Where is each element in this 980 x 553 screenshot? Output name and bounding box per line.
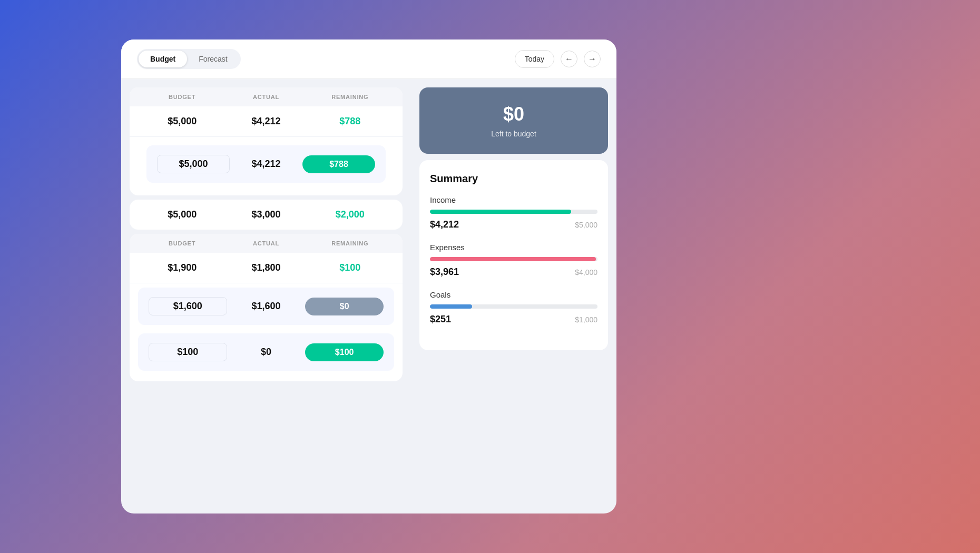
expenses-row2-wrapper: $100 $0 $100 (130, 329, 403, 381)
expenses-row2-actual: $0 (227, 347, 306, 358)
expenses-row1-actual: $1,600 (227, 301, 306, 312)
col-actual-label: ACTUAL (224, 94, 308, 100)
nav-controls: Today ← → (515, 50, 601, 68)
summary-expenses-item: Expenses $3,961 $4,000 (430, 243, 597, 278)
summary-expenses-label: Expenses (430, 243, 597, 252)
income-progress-bg (430, 210, 597, 214)
goals-progress-fill (430, 304, 472, 309)
goals-budget-value: $1,000 (575, 315, 597, 324)
expenses-actual-value: $3,961 (430, 266, 459, 278)
col-budget-label: BUDGET (140, 94, 224, 100)
income-detail-budget: $5,000 (157, 155, 230, 173)
expenses-progress-bg (430, 257, 597, 261)
tab-forecast[interactable]: Forecast (187, 51, 239, 67)
expenses-summary-row: $1,900 $1,800 $100 (130, 253, 403, 283)
right-panel: $0 Left to budget Summary Income $4,212 … (411, 79, 616, 514)
income-budget-value: $5,000 (575, 221, 597, 229)
tab-budget[interactable]: Budget (139, 51, 187, 67)
income-detail-row: $5,000 $4,212 $788 (146, 145, 386, 183)
income-section: BUDGET ACTUAL REMAINING $5,000 $4,212 $7… (130, 87, 403, 195)
expenses-col-remaining: REMAINING (308, 240, 392, 246)
income-summary-values: $4,212 $5,000 (430, 219, 597, 230)
expenses-section-header: BUDGET ACTUAL REMAINING (130, 234, 403, 253)
income-section-header: BUDGET ACTUAL REMAINING (130, 87, 403, 106)
left-panel: BUDGET ACTUAL REMAINING $5,000 $4,212 $7… (121, 79, 411, 514)
left-to-budget-card: $0 Left to budget (419, 87, 608, 154)
expenses-row2: $100 $0 $100 (138, 333, 394, 371)
summary-income-item: Income $4,212 $5,000 (430, 195, 597, 230)
summary-income-label: Income (430, 195, 597, 204)
expenses-row2-budget: $100 (149, 343, 227, 361)
summary-goals-item: Goals $251 $1,000 (430, 290, 597, 325)
goals-progress-bg (430, 304, 597, 309)
expenses-row1-budget: $1,600 (149, 297, 227, 315)
income-summary-actual: $4,212 (224, 116, 308, 127)
income-progress-fill (430, 210, 571, 214)
expenses-summary-actual: $1,800 (224, 262, 308, 273)
income-detail-actual: $4,212 (230, 159, 302, 170)
income-summary-row: $5,000 $4,212 $788 (130, 106, 403, 137)
left-to-budget-amount: $0 (430, 103, 597, 125)
expenses-budget-value: $4,000 (575, 268, 597, 276)
expenses-col-actual: ACTUAL (224, 240, 308, 246)
expenses-col-budget: BUDGET (140, 240, 224, 246)
tab-group: Budget Forecast (137, 49, 241, 69)
main-content: BUDGET ACTUAL REMAINING $5,000 $4,212 $7… (121, 79, 616, 514)
summary-card: Summary Income $4,212 $5,000 Expenses (419, 160, 608, 350)
app-container: Budget Forecast Today ← → BUDGET ACTUAL … (121, 39, 616, 514)
income-detail-row-wrapper: $5,000 $4,212 $788 (130, 137, 403, 195)
expenses-row1: $1,600 $1,600 $0 (138, 288, 394, 325)
expenses-progress-fill (430, 257, 596, 261)
expenses-row1-remaining: $0 (305, 298, 384, 315)
goals-summary-values: $251 $1,000 (430, 314, 597, 325)
col-remaining-label: REMAINING (308, 94, 392, 100)
today-button[interactable]: Today (515, 50, 554, 68)
prev-arrow-button[interactable]: ← (561, 51, 577, 67)
expenses-row1-wrapper: $1,600 $1,600 $0 (130, 283, 403, 329)
goals-remaining: $2,000 (308, 209, 392, 220)
expenses-summary-remaining: $100 (308, 262, 392, 273)
expenses-section: BUDGET ACTUAL REMAINING $1,900 $1,800 $1… (130, 234, 403, 381)
goals-actual: $3,000 (224, 209, 308, 220)
next-arrow-button[interactable]: → (584, 51, 601, 67)
goals-summary-section: $5,000 $3,000 $2,000 (130, 200, 403, 230)
summary-title: Summary (430, 173, 597, 185)
income-actual-value: $4,212 (430, 219, 459, 230)
expenses-summary-values: $3,961 $4,000 (430, 266, 597, 278)
expenses-summary-budget: $1,900 (140, 262, 224, 273)
goals-actual-value: $251 (430, 314, 451, 325)
expenses-row2-remaining: $100 (305, 343, 384, 361)
income-summary-budget: $5,000 (140, 116, 224, 127)
summary-goals-label: Goals (430, 290, 597, 299)
income-summary-remaining: $788 (308, 116, 392, 127)
header: Budget Forecast Today ← → (121, 39, 616, 79)
goals-budget: $5,000 (140, 209, 224, 220)
left-to-budget-label: Left to budget (430, 130, 597, 138)
income-detail-remaining: $788 (302, 155, 375, 173)
